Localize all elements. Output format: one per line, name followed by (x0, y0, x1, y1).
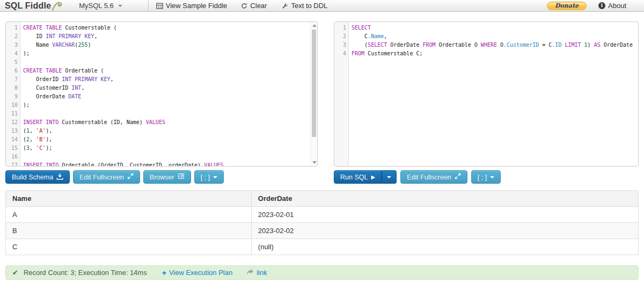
scrollbar-up-arrow-icon[interactable] (312, 24, 317, 27)
app-logo[interactable]: SQL Fiddle (5, 1, 63, 11)
table-cell: B (5, 222, 251, 238)
table-cell: (null) (251, 238, 639, 255)
view-execution-plan-link[interactable]: + View Execution Plan (162, 269, 232, 277)
chevron-down-icon (213, 176, 217, 178)
schema-edit-fullscreen-button[interactable]: Edit Fullscreen (73, 170, 140, 184)
line-number: 8 (6, 84, 20, 92)
chevron-down-icon (387, 176, 391, 178)
code-line: 1CREATE TABLE Customerstable ( (6, 24, 317, 32)
scrollbar-thumb[interactable] (312, 30, 316, 137)
code-line: 10); (6, 101, 317, 110)
schema-actions: Build Schema Edit Fullscreen Browser (5, 170, 224, 184)
view-sample-fiddle-button[interactable]: View Sample Fiddle (156, 2, 228, 10)
query-edit-fullscreen-button[interactable]: Edit Fullscreen (400, 170, 467, 184)
table-row: C(null) (5, 238, 639, 255)
code-line: 4FROM Customerstable C; (334, 49, 638, 58)
code-line: 6CREATE TABLE Ordertable ( (6, 67, 317, 75)
top-toolbar: SQL Fiddle MySQL 5.6 View Sample Fiddle (0, 0, 644, 12)
success-check-icon: ✔ (12, 269, 18, 277)
about-button[interactable]: i About (598, 2, 626, 10)
db-version-label: MySQL 5.6 (79, 2, 114, 10)
code-line: 3 Name VARCHAR(255) (6, 41, 317, 49)
chevron-down-icon (118, 5, 122, 7)
line-number: 5 (6, 58, 20, 67)
line-number: 10 (6, 101, 20, 110)
donate-button[interactable]: Donate (547, 2, 587, 10)
code-line: 11 (6, 110, 317, 118)
line-number: 4 (334, 49, 349, 58)
code-line: 2 C.Name, (334, 32, 638, 41)
clear-label: Clear (250, 2, 267, 10)
permalink-link[interactable]: link (246, 269, 267, 277)
code-line: 7 OrderID INT PRIMARY KEY, (6, 75, 317, 84)
code-line: 16 (6, 153, 317, 161)
query-terminator-dropdown[interactable]: [ ; ] (471, 170, 501, 184)
editor-scrollbar[interactable] (310, 22, 317, 166)
code-line: 14(2, 'B'), (6, 135, 317, 144)
query-editor[interactable]: 1SELECT2 C.Name,3 (SELECT OrderDate FROM… (334, 21, 639, 167)
fiddlehead-logo-icon (52, 1, 63, 11)
scrollbar-down-arrow-icon[interactable] (312, 161, 317, 164)
play-icon: ▶ (371, 175, 375, 180)
toolbar-divider (148, 0, 149, 12)
schema-editor[interactable]: 1CREATE TABLE Customerstable (2 ID INT P… (5, 21, 318, 167)
line-number: 3 (6, 41, 20, 49)
info-icon: i (598, 2, 605, 9)
code-line: 13(1, 'A'), (6, 127, 317, 135)
record-count-text: Record Count: 3; Execution Time: 14ms (24, 269, 147, 277)
browser-label: Browser (150, 173, 174, 181)
view-sample-fiddle-label: View Sample Fiddle (166, 2, 228, 10)
table-cell: 2023-02-01 (251, 206, 639, 222)
line-number: 2 (334, 32, 349, 41)
code-line: 4); (6, 49, 317, 58)
edit-fullscreen-label: Edit Fullscreen (407, 173, 451, 181)
build-schema-button[interactable]: Build Schema (5, 170, 70, 184)
clear-button[interactable]: Clear (241, 2, 267, 10)
view-execution-plan-label: View Execution Plan (169, 269, 232, 277)
results-table: NameOrderDate A2023-02-01B2023-02-02C(nu… (5, 190, 639, 255)
expand-arrows-icon (127, 173, 134, 181)
wrench-icon (282, 3, 288, 9)
code-line: 9 OrderDate DATE (6, 92, 317, 101)
line-number: 14 (6, 135, 20, 144)
expand-arrows-icon (455, 173, 461, 181)
schema-terminator-dropdown[interactable]: [ ; ] (194, 170, 224, 184)
donate-label: Donate (555, 2, 579, 9)
run-sql-button[interactable]: Run SQL ▶ (334, 170, 382, 184)
table-cell: A (5, 206, 251, 222)
line-number: 11 (6, 110, 20, 118)
build-schema-label: Build Schema (12, 173, 53, 181)
code-line: 1SELECT (334, 24, 638, 32)
code-line: 5 (6, 58, 317, 67)
line-number: 17 (6, 161, 20, 167)
results-header-row: NameOrderDate (5, 190, 639, 206)
code-line: 17INSERT INTO Ordertable (OrderID, Custo… (6, 161, 317, 167)
line-number: 1 (334, 24, 349, 32)
browser-button[interactable]: Browser (143, 170, 191, 184)
download-icon (56, 173, 63, 182)
line-number: 4 (6, 49, 20, 58)
indent-list-icon (178, 173, 185, 181)
results-column-header: Name (5, 190, 251, 206)
plus-icon: + (162, 269, 166, 277)
results-panel: NameOrderDate A2023-02-01B2023-02-02C(nu… (5, 190, 639, 255)
text-to-ddl-label: Text to DDL (291, 2, 327, 10)
code-line: 15(3, 'C'); (6, 144, 317, 153)
execution-status-bar: ✔ Record Count: 3; Execution Time: 14ms … (5, 265, 639, 280)
line-number: 9 (6, 92, 20, 101)
terminator-label: [ ; ] (201, 173, 210, 181)
line-number: 7 (6, 75, 20, 84)
query-actions: Run SQL ▶ Edit Fullscreen [ ; ] (334, 170, 501, 184)
line-number: 2 (6, 32, 20, 41)
line-number: 13 (6, 127, 20, 135)
line-number: 12 (6, 118, 20, 127)
code-line: 12INSERT INTO Customerstable (ID, Name) … (6, 118, 317, 127)
text-to-ddl-button[interactable]: Text to DDL (282, 2, 327, 10)
run-sql-dropdown[interactable] (382, 170, 397, 184)
terminator-label: [ ; ] (478, 173, 487, 181)
line-number: 16 (6, 153, 20, 161)
db-version-dropdown[interactable]: MySQL 5.6 (79, 2, 122, 10)
edit-fullscreen-label: Edit Fullscreen (79, 173, 124, 181)
code-line: 3 (SELECT OrderDate FROM Ordertable O WH… (334, 41, 638, 49)
app-title: SQL Fiddle (5, 1, 51, 11)
